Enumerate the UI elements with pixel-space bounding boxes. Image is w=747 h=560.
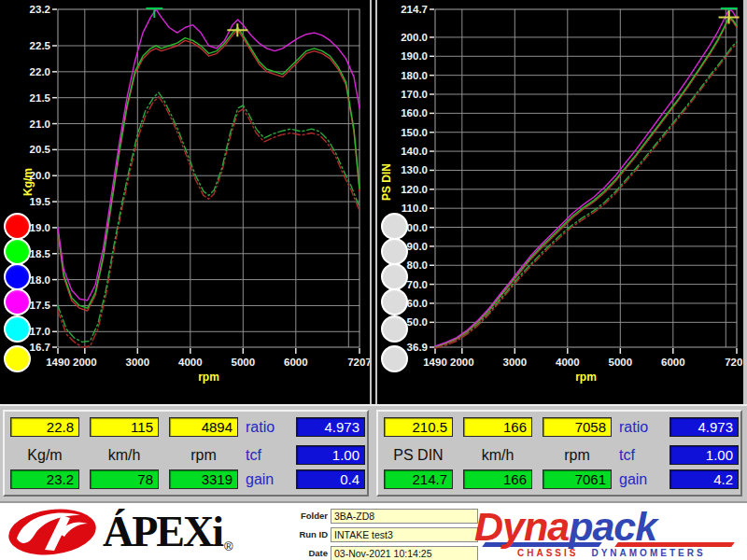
run-button-slot-5[interactable] xyxy=(381,315,408,343)
svg-text:6000: 6000 xyxy=(284,357,308,368)
torque-unit-header: Kg/m xyxy=(10,447,79,464)
svg-text:19.0: 19.0 xyxy=(30,222,50,233)
svg-text:4000: 4000 xyxy=(556,357,580,368)
apexi-wordmark: ÁPEXi xyxy=(103,508,222,556)
svg-text:22.0: 22.0 xyxy=(30,66,50,77)
svg-text:110.0: 110.0 xyxy=(402,203,428,214)
rpm-cursor-value: 7058 xyxy=(543,417,612,437)
svg-text:Kg/m: Kg/m xyxy=(21,168,35,196)
rpm-peak-value: 3319 xyxy=(169,469,238,489)
ratio-label: ratio xyxy=(246,417,292,437)
registered-mark: ® xyxy=(224,539,233,553)
dynapack-logo: Dynapack CHASSISDYNAMOMETERS xyxy=(474,505,745,559)
svg-text:5000: 5000 xyxy=(609,357,633,368)
run-info: Folder3BA-ZD8 Run IDINTAKE test3 Date03-… xyxy=(290,507,478,560)
charts-row: 23.222.522.021.521.020.520.019.519.018.5… xyxy=(0,0,747,404)
svg-text:140.0: 140.0 xyxy=(401,146,428,157)
svg-text:90.0: 90.0 xyxy=(407,241,428,252)
svg-text:50.0: 50.0 xyxy=(407,316,428,328)
svg-text:180.0: 180.0 xyxy=(401,70,428,81)
speed-unit-header: km/h xyxy=(90,447,159,464)
speed-peak-value: 78 xyxy=(90,469,159,489)
rpm-unit-header: rpm xyxy=(543,447,612,464)
svg-text:80.0: 80.0 xyxy=(407,259,428,271)
svg-text:60.0: 60.0 xyxy=(407,298,428,309)
svg-text:160.0: 160.0 xyxy=(401,107,428,119)
run-button-green[interactable] xyxy=(4,238,31,265)
svg-text:5000: 5000 xyxy=(232,357,256,368)
run-id-label: Run ID xyxy=(290,529,328,539)
svg-text:PS DIN: PS DIN xyxy=(380,163,393,201)
rpm-unit-header: rpm xyxy=(169,447,238,464)
svg-text:17.5: 17.5 xyxy=(30,300,51,311)
power-data-panel: 210.5 166 7058 PS DIN km/h rpm 214.7 166… xyxy=(376,410,742,497)
svg-text:4000: 4000 xyxy=(178,357,203,368)
torque-chart-panel: 23.222.522.021.521.020.520.019.519.018.5… xyxy=(0,0,370,404)
svg-text:3000: 3000 xyxy=(126,357,150,368)
gain-value: 4.2 xyxy=(669,469,739,489)
svg-text:21.0: 21.0 xyxy=(30,119,50,130)
run-button-magenta[interactable] xyxy=(4,288,31,315)
svg-text:70.0: 70.0 xyxy=(407,279,428,290)
gain-label: gain xyxy=(246,469,292,489)
apexi-logo: ÁPEXi ® xyxy=(6,506,233,558)
svg-text:6000: 6000 xyxy=(661,357,685,368)
folder-field[interactable]: 3BA-ZD8 xyxy=(331,509,478,524)
svg-text:214.7: 214.7 xyxy=(401,4,428,15)
ratio-label: ratio xyxy=(619,417,666,437)
gain-label: gain xyxy=(619,469,666,489)
torque-chart[interactable]: 23.222.522.021.521.020.520.019.519.018.5… xyxy=(0,0,370,404)
tcf-value: 1.00 xyxy=(669,445,739,465)
svg-text:3000: 3000 xyxy=(503,357,528,368)
svg-text:7207: 7207 xyxy=(725,357,743,368)
dyno-app: 23.222.522.021.521.020.520.019.519.018.5… xyxy=(0,0,747,560)
run-button-red[interactable] xyxy=(4,213,31,240)
svg-text:21.5: 21.5 xyxy=(30,92,51,104)
run-button-slot-1[interactable] xyxy=(381,213,408,240)
run-button-slot-4[interactable] xyxy=(381,288,408,315)
svg-text:1490: 1490 xyxy=(423,357,447,368)
run-button-slot-2[interactable] xyxy=(381,238,408,265)
svg-text:150.0: 150.0 xyxy=(401,127,428,138)
dynapack-wordmark: Dynapack xyxy=(474,503,656,550)
svg-text:120.0: 120.0 xyxy=(401,184,428,195)
power-peak-value: 214.7 xyxy=(384,469,453,489)
svg-text:23.2: 23.2 xyxy=(30,4,50,15)
svg-text:rpm: rpm xyxy=(575,371,597,384)
svg-text:22.5: 22.5 xyxy=(30,40,51,51)
rpm-cursor-value: 4894 xyxy=(169,417,238,437)
svg-text:17.0: 17.0 xyxy=(30,326,50,337)
svg-text:36.9: 36.9 xyxy=(407,342,428,353)
ratio-value: 4.973 xyxy=(669,417,739,437)
run-button-slot-3[interactable] xyxy=(381,263,408,290)
speed-peak-value: 166 xyxy=(463,469,532,489)
gain-value: 0.4 xyxy=(296,469,365,489)
panel-divider xyxy=(370,0,377,404)
date-label: Date xyxy=(290,548,328,558)
power-chart-panel: 214.7200.0190.0180.0170.0160.0150.0140.0… xyxy=(377,0,747,404)
speed-unit-header: km/h xyxy=(463,447,532,464)
svg-text:170.0: 170.0 xyxy=(401,89,428,100)
torque-data-panel: 22.8 115 4894 Kg/m km/h rpm 23.2 78 3319… xyxy=(3,410,369,497)
run-button-slot-6[interactable] xyxy=(381,345,408,372)
svg-text:190.0: 190.0 xyxy=(401,50,428,62)
svg-text:20.5: 20.5 xyxy=(30,144,51,155)
speed-cursor-value: 166 xyxy=(463,417,532,437)
tcf-label: tcf xyxy=(246,445,292,465)
power-chart[interactable]: 214.7200.0190.0180.0170.0160.0150.0140.0… xyxy=(377,0,743,404)
run-button-blue[interactable] xyxy=(4,263,31,290)
run-button-cyan[interactable] xyxy=(4,315,31,343)
tcf-label: tcf xyxy=(619,445,666,465)
torque-peak-value: 23.2 xyxy=(10,469,79,489)
svg-text:2000: 2000 xyxy=(73,357,97,368)
run-button-yellow[interactable] xyxy=(4,345,31,372)
rpm-peak-value: 7061 xyxy=(543,469,612,489)
svg-text:19.5: 19.5 xyxy=(30,196,51,207)
run-id-field[interactable]: INTAKE test3 xyxy=(331,527,478,542)
date-field[interactable]: 03-Nov-2021 10:14:25 xyxy=(331,546,478,560)
svg-text:200.0: 200.0 xyxy=(401,32,428,43)
tables-row: 22.8 115 4894 Kg/m km/h rpm 23.2 78 3319… xyxy=(0,404,747,501)
svg-text:130.0: 130.0 xyxy=(401,164,428,175)
svg-text:rpm: rpm xyxy=(198,371,219,384)
ratio-value: 4.973 xyxy=(296,417,365,437)
